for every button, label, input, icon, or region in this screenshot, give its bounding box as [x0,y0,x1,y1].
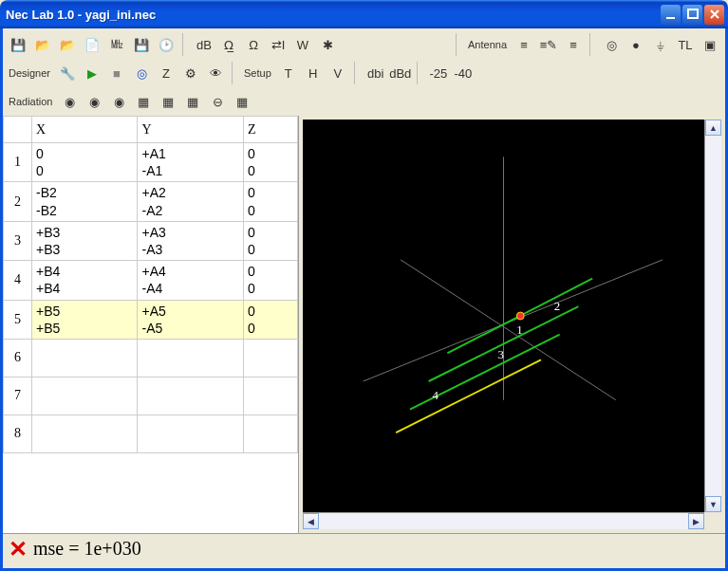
row-number: 5 [4,300,32,339]
cell-z[interactable] [243,377,297,414]
cell-x[interactable]: +B5+B5 [32,300,138,339]
minimize-button[interactable] [661,5,681,25]
cell-z[interactable]: 00 [243,221,297,260]
svg-line-3 [364,260,663,381]
sliders-icon[interactable]: ⚙ [179,62,202,84]
neg40-icon[interactable]: -40 [452,62,475,84]
wire-label-3: 3 [498,348,504,361]
cross-arrows-icon[interactable]: ✱ [316,33,339,56]
cell-y[interactable]: +A1-A1 [138,143,243,182]
setup-label: Setup [242,67,275,79]
ohm-underline-icon[interactable]: Ω̲ [217,33,240,56]
text-v-icon[interactable]: V [327,62,349,84]
target-icon[interactable]: ◎ [130,62,153,84]
wrench-icon[interactable]: 🔧 [56,62,79,84]
scroll-right-icon[interactable]: ▶ [688,513,704,529]
cell-z[interactable] [243,414,297,452]
cell-z[interactable]: 00 [243,300,297,339]
ohm-icon[interactable]: Ω [242,33,265,56]
close-button[interactable] [704,5,724,25]
ground-icon[interactable]: ⏚ [649,33,672,56]
text-t-icon[interactable]: T [277,62,300,84]
cell-x[interactable]: +B4+B4 [32,261,138,300]
cell-x[interactable]: 00 [32,143,138,182]
document-icon[interactable]: 📄 [81,33,103,56]
rect3-icon[interactable]: ▦ [181,90,204,113]
circle-icon[interactable]: ● [625,33,647,56]
cell-y[interactable] [138,414,243,452]
stop-icon[interactable]: ■ [105,62,128,84]
cell-y[interactable]: +A3-A3 [138,221,243,260]
3d-viewport[interactable]: 1 2 3 4 [303,120,704,512]
table-row[interactable]: 100+A1-A100 [4,143,298,182]
table-row[interactable]: 7 [4,377,298,414]
cell-y[interactable]: +A5-A5 [138,300,243,339]
horizontal-scrollbar[interactable]: ◀ ▶ [303,512,704,529]
tl-icon[interactable]: TL [674,33,697,56]
statusbar: ✕ mse = 1e+030 [3,533,725,563]
vscroll-track[interactable] [705,136,721,496]
cell-z[interactable]: 00 [243,143,297,182]
cell-z[interactable] [243,339,297,377]
table-row[interactable]: 2-B2-B2+A2-A200 [4,182,298,221]
antenna-mod-icon[interactable]: ≡✎ [537,33,560,56]
vertical-scrollbar[interactable]: ▲ ▼ [704,120,721,512]
cell-z[interactable]: 00 [243,182,297,221]
toolbar-row-3: Radiation◉◉◉▦▦▦⊖▦ [7,87,721,116]
table-row[interactable]: 4+B4+B4+A4-A400 [4,261,298,300]
toolbar-row-1: 💾📂📂📄㎒💾🕑dBΩ̲Ω⇄IW✱Antenna≡≡✎≡◎●⏚TL▣ [7,30,721,59]
cell-y[interactable] [138,377,243,414]
col-x: X [32,117,138,143]
scrollbar-corner [704,512,721,529]
scroll-down-icon[interactable]: ▼ [705,496,721,512]
cell-x[interactable] [32,339,138,377]
play-icon[interactable]: ▶ [81,62,103,84]
wire-label-2: 2 [554,300,560,313]
cell-z[interactable]: 00 [243,261,297,300]
scroll-left-icon[interactable]: ◀ [303,513,319,529]
polar1-icon[interactable]: ◉ [58,90,81,113]
globe-icon[interactable]: ◎ [600,33,623,56]
neg25-icon[interactable]: -25 [427,62,450,84]
w-icon[interactable]: W [291,33,314,56]
eye-icon[interactable]: 👁 [204,62,227,84]
table-row[interactable]: 5+B5+B5+A5-A500 [4,300,298,339]
cell-x[interactable]: +B3+B3 [32,221,138,260]
rect2-icon[interactable]: ▦ [157,90,179,113]
grid3d-icon[interactable]: ▦ [231,90,253,113]
cell-x[interactable]: -B2-B2 [32,182,138,221]
cell-y[interactable]: +A2-A2 [138,182,243,221]
table-row[interactable]: 6 [4,339,298,377]
text-h-icon[interactable]: H [302,62,325,84]
status-text: mse = 1e+030 [33,538,141,560]
table-row[interactable]: 3+B3+B3+A3-A300 [4,221,298,260]
disk-a-icon[interactable]: 💾 [130,33,153,56]
antenna-green2-icon[interactable]: ≡ [562,33,585,56]
db-icon[interactable]: dB [193,33,215,56]
torus-icon[interactable]: ⊖ [206,90,229,113]
mhz-icon[interactable]: ㎒ [105,33,128,56]
polar2-icon[interactable]: ◉ [83,90,105,113]
clock-icon[interactable]: 🕑 [155,33,177,56]
cell-y[interactable] [138,339,243,377]
arrows-i-icon[interactable]: ⇄I [267,33,289,56]
cell-x[interactable] [32,377,138,414]
cell-x[interactable] [32,414,138,452]
scroll-up-icon[interactable]: ▲ [705,120,721,136]
rect1-icon[interactable]: ▦ [132,90,155,113]
hscroll-track[interactable] [319,513,688,529]
cell-y[interactable]: +A4-A4 [138,261,243,300]
coordinates-table[interactable]: X Y Z 100+A1-A1002-B2-B2+A2-A2003+B3+B3+… [3,116,298,533]
save-icon[interactable]: 💾 [7,33,29,56]
table-row[interactable]: 8 [4,414,298,452]
folder-play-icon[interactable]: 📂 [31,33,54,56]
antenna-green-icon[interactable]: ≡ [513,33,535,56]
maximize-button[interactable] [682,5,702,25]
dbi-icon[interactable]: dbi [364,62,387,84]
open-icon[interactable]: 📂 [56,33,79,56]
toolbar-row-2: Designer🔧▶■◎Z⚙👁SetupTHVdbidBd-25-40 [7,59,721,87]
polar3-icon[interactable]: ◉ [107,90,130,113]
z-box-icon[interactable]: Z [155,62,177,84]
dbd-icon[interactable]: dBd [389,62,412,84]
window-icon[interactable]: ▣ [699,33,721,56]
